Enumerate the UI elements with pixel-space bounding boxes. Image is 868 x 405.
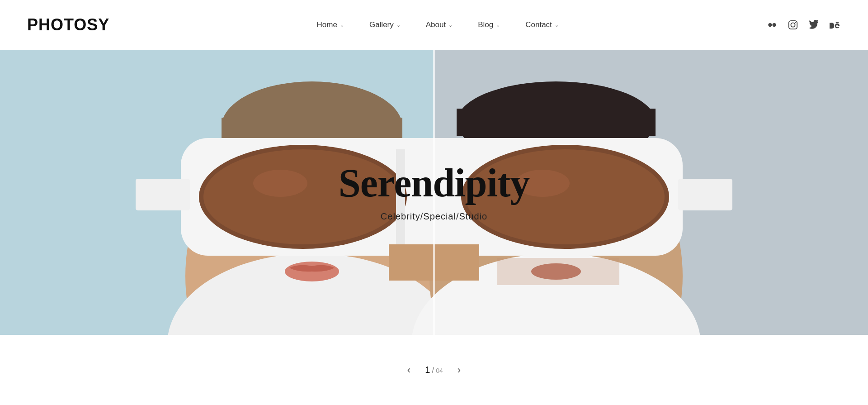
hero-image	[0, 50, 868, 335]
pagination-next[interactable]: ›	[452, 361, 466, 380]
chevron-down-icon: ⌄	[396, 22, 401, 28]
main-nav: Home ⌄ Gallery ⌄ About ⌄ Blog ⌄ Contact …	[304, 20, 571, 29]
svg-point-4	[795, 22, 796, 23]
svg-point-0	[768, 23, 772, 27]
chevron-down-icon: ⌄	[555, 22, 559, 28]
instagram-icon[interactable]	[787, 19, 799, 31]
nav-contact[interactable]: Contact ⌄	[513, 20, 571, 29]
svg-point-1	[772, 23, 776, 27]
pagination-counter: 1 / 04	[425, 365, 443, 375]
nav-home[interactable]: Home ⌄	[304, 20, 357, 29]
behance-icon[interactable]	[828, 19, 841, 31]
svg-rect-2	[789, 21, 797, 29]
svg-rect-18	[136, 179, 190, 210]
chevron-down-icon: ⌄	[340, 22, 344, 28]
svg-point-22	[253, 170, 307, 197]
pagination-prev[interactable]: ‹	[402, 361, 416, 380]
logo-text: PHoToSY	[27, 15, 109, 34]
svg-rect-19	[678, 179, 732, 210]
svg-rect-23	[396, 149, 405, 244]
svg-point-3	[791, 23, 795, 27]
svg-rect-30	[497, 258, 619, 285]
twitter-icon[interactable]	[807, 19, 820, 31]
svg-rect-16	[457, 109, 656, 136]
svg-point-21	[203, 149, 402, 244]
header: PHoToSY Home ⌄ Gallery ⌄ About ⌄ Blog ⌄ …	[0, 0, 868, 50]
site-logo[interactable]: PHoToSY	[27, 15, 109, 34]
svg-point-26	[515, 170, 570, 197]
hero-section: Serendipity Celebrity/Special/Studio	[0, 50, 868, 335]
pagination: ‹ 1 / 04 ›	[0, 335, 868, 405]
social-icons-group	[766, 19, 841, 31]
chevron-down-icon: ⌄	[496, 22, 500, 28]
svg-point-25	[466, 149, 665, 244]
pagination-current: 1	[425, 365, 430, 375]
flickr-icon[interactable]	[766, 19, 778, 31]
pagination-total: 04	[436, 367, 443, 374]
nav-blog[interactable]: Blog ⌄	[465, 20, 513, 29]
pagination-separator: /	[432, 366, 434, 375]
chevron-down-icon: ⌄	[448, 22, 453, 28]
nav-gallery[interactable]: Gallery ⌄	[357, 20, 413, 29]
nav-about[interactable]: About ⌄	[413, 20, 465, 29]
